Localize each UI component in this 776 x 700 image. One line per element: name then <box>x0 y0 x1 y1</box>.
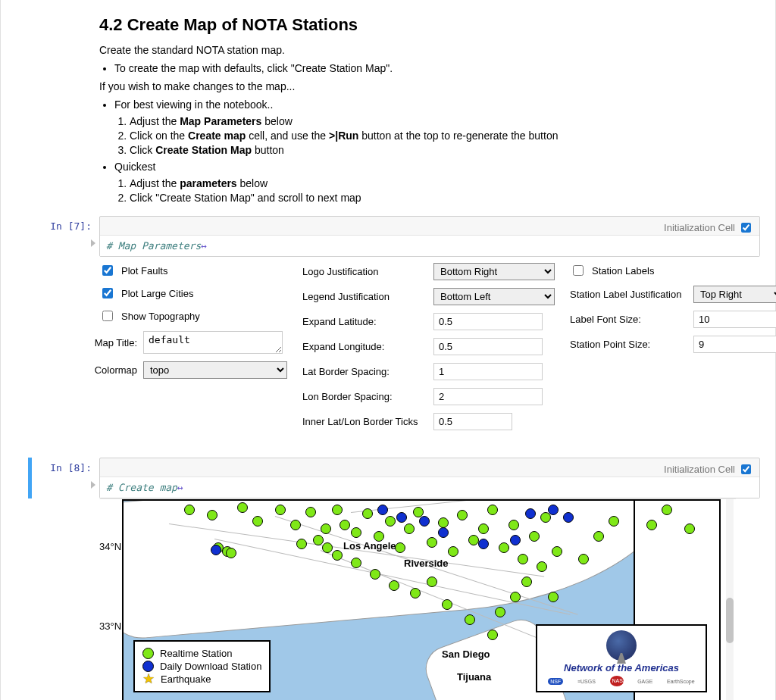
code-line-7[interactable]: # Map Parameters↔ <box>100 235 759 256</box>
prompt-in-7: In [7]: <box>1 216 99 232</box>
logo-justification-select[interactable]: Bottom Right <box>433 263 555 280</box>
station-dot <box>548 505 559 515</box>
legend-earthquake-icon: ★ <box>142 674 155 684</box>
station-point-row: Station Point Size: <box>570 336 776 353</box>
expand-lon-row: Expand Longitude: <box>302 338 555 355</box>
station-dot <box>438 517 449 528</box>
expand-latitude-input[interactable] <box>433 313 543 330</box>
station-dot <box>593 531 604 542</box>
station-dot <box>495 607 505 617</box>
map-figure: Los Angeles Riverside San Diego Tijuana … <box>99 498 736 700</box>
station-dot <box>385 516 396 527</box>
station-dot <box>207 510 217 520</box>
station-dot <box>389 580 399 591</box>
code-cell-7[interactable]: In [7]: Initialization Cell # Map Parame… <box>1 216 775 257</box>
station-dot <box>442 599 452 610</box>
init-cell-checkbox-8[interactable] <box>741 464 751 474</box>
map-parameters-widgets: Plot Faults Plot Large Cities Show Topog… <box>1 257 775 445</box>
lat-border-input[interactable] <box>433 363 543 380</box>
colormap-select[interactable]: topo <box>143 361 287 379</box>
logo-sub-badges: NSF ≡USGS NASA GAGE EarthScope <box>542 676 701 686</box>
lat-border-row: Lat Border Spacing: <box>302 363 555 380</box>
station-dot <box>427 537 437 548</box>
station-point-input[interactable] <box>693 336 776 353</box>
station-dot <box>321 523 331 534</box>
station-dot <box>211 545 221 555</box>
city-label-sd: San Diego <box>442 648 490 660</box>
colormap-row: Colormap topo <box>54 361 287 379</box>
lon-border-input[interactable] <box>433 388 543 405</box>
map-legend: Realtime Station Daily Download Station … <box>133 640 271 692</box>
init-cell-toggle-8[interactable]: Initialization Cell <box>664 462 753 477</box>
plot-faults-row[interactable]: Plot Faults <box>99 263 287 278</box>
plot-faults-checkbox[interactable] <box>102 265 113 276</box>
station-dot <box>662 505 672 515</box>
legend-just-row: Legend Justification Bottom Left <box>302 288 555 305</box>
station-dot <box>351 558 361 568</box>
code-line-8[interactable]: # Create map↔ <box>100 477 759 498</box>
station-dot <box>370 569 380 580</box>
station-dot <box>438 527 449 538</box>
logo-title: Network of the Americas <box>542 662 701 673</box>
label-font-input[interactable] <box>693 311 776 328</box>
ytick-34: 34°N <box>99 541 121 552</box>
station-dot <box>404 523 415 534</box>
station-dot <box>377 505 388 515</box>
station-labels-checkbox[interactable] <box>573 265 584 276</box>
show-topography-row[interactable]: Show Topography <box>99 308 287 323</box>
inner-ticks-row: Inner Lat/Lon Border Ticks <box>302 413 555 430</box>
station-dot <box>237 502 248 513</box>
code-input-8[interactable]: Initialization Cell # Create map↔ <box>99 458 760 498</box>
section-b1: To create the map with defaults, click "… <box>114 62 760 74</box>
station-dot <box>521 577 532 587</box>
station-dot <box>518 554 528 564</box>
map-title-row: Map Title: default <box>54 331 287 354</box>
station-dot <box>396 512 407 523</box>
station-dot <box>290 520 301 530</box>
station-dot <box>184 505 195 515</box>
station-dot <box>468 535 479 545</box>
logo-just-row: Logo Justification Bottom Right <box>302 263 555 280</box>
init-cell-checkbox-7[interactable] <box>741 223 751 233</box>
legend-justification-select[interactable]: Bottom Left <box>433 288 555 305</box>
station-dot <box>322 542 333 553</box>
station-dot <box>362 508 373 519</box>
station-dot <box>410 588 421 598</box>
show-topography-checkbox[interactable] <box>102 311 113 321</box>
station-dot <box>395 542 405 553</box>
station-dot <box>340 520 350 530</box>
station-labels-row[interactable]: Station Labels <box>570 263 776 278</box>
code-input-7[interactable]: Initialization Cell # Map Parameters↔ <box>99 216 760 257</box>
bestview-item: For best viewing in the notebook.. Adjus… <box>114 98 760 156</box>
markdown-cell-section: 4.2 Create Map of NOTA Stations Create t… <box>1 15 775 204</box>
station-dot <box>510 592 521 602</box>
collapse-arrow-icon[interactable] <box>91 239 95 247</box>
code-cell-8[interactable]: In [8]: Initialization Cell # Create map… <box>1 458 775 498</box>
city-label-riverside: Riverside <box>404 558 449 569</box>
station-dot <box>525 508 536 519</box>
scrollbar-thumb[interactable] <box>726 598 734 643</box>
init-cell-toggle-7[interactable]: Initialization Cell <box>664 220 753 235</box>
widget-col-2: Logo Justification Bottom Right Legend J… <box>302 263 555 430</box>
expand-longitude-input[interactable] <box>433 338 543 355</box>
collapse-arrow-icon[interactable] <box>91 481 95 489</box>
station-dot <box>313 535 324 545</box>
plot-large-cities-row[interactable]: Plot Large Cities <box>99 286 287 301</box>
station-dot <box>252 516 263 527</box>
station-dot <box>548 592 559 602</box>
section-title: 4.2 Create Map of NOTA Stations <box>99 15 760 35</box>
expand-lat-row: Expand Latitude: <box>302 313 555 330</box>
label-font-row: Label Font Size: <box>570 311 776 328</box>
lon-border-row: Lon Border Spacing: <box>302 388 555 405</box>
station-dot <box>508 520 519 530</box>
station-dot <box>457 510 468 520</box>
inner-ticks-input[interactable] <box>433 413 512 430</box>
station-label-just-select[interactable]: Top Right <box>693 286 776 303</box>
station-dot <box>448 546 458 557</box>
station-dot <box>374 531 384 542</box>
station-dot <box>529 531 540 542</box>
plot-large-cities-checkbox[interactable] <box>102 288 113 298</box>
widget-col-3: Station Labels Station Label Justificati… <box>570 263 776 353</box>
map-title-input[interactable]: default <box>143 331 283 354</box>
quickest-item: Quickest Adjust the parameters below Cli… <box>114 161 760 204</box>
